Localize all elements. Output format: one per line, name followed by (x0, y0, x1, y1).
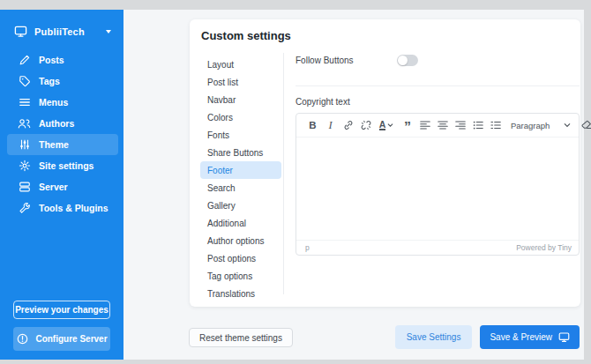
gear-icon (18, 160, 31, 173)
align-right-icon[interactable] (452, 116, 468, 134)
settings-nav-item-translations[interactable]: Translations (200, 285, 281, 302)
tag-icon (18, 75, 31, 88)
settings-nav-item-author-options[interactable]: Author options (200, 232, 281, 249)
powered-by-tiny-label: Powered by Tiny (516, 243, 572, 252)
settings-nav-item-layout[interactable]: Layout (200, 56, 281, 73)
settings-nav-item-gallery[interactable]: Gallery (200, 197, 281, 214)
settings-nav-item-post-options[interactable]: Post options (200, 249, 281, 267)
link-icon[interactable] (340, 116, 356, 134)
editor-content-area[interactable] (296, 137, 579, 240)
sidebar-buttons: Preview your changes Configure Server (13, 301, 110, 351)
monitor-icon (558, 331, 570, 343)
save-settings-label: Save Settings (407, 332, 461, 342)
numbered-list-icon[interactable] (487, 116, 504, 134)
sidebar-item-label: Tools & Plugins (39, 203, 108, 213)
settings-nav-item-share-buttons[interactable]: Share Buttons (200, 144, 281, 161)
sidebar-item-label: Server (39, 182, 68, 192)
chevron-down-icon (564, 123, 571, 128)
menu-lines-icon (18, 96, 31, 109)
unlink-icon[interactable] (357, 116, 374, 134)
sidebar: PubliiTech PostsTagsMenusAuthorsThemeSit… (0, 10, 123, 360)
wrench-icon (18, 202, 31, 215)
settings-nav-item-tag-options[interactable]: Tag options (200, 267, 281, 285)
preview-changes-label: Preview your changes (15, 305, 108, 315)
sidebar-item-label: Theme (39, 139, 69, 150)
sidebar-nav: PostsTagsMenusAuthorsThemeSite settingsS… (0, 49, 123, 219)
reset-theme-settings-label: Reset theme settings (199, 333, 282, 343)
configure-server-button[interactable]: Configure Server (13, 327, 110, 351)
page-title: Custom settings (201, 29, 291, 42)
sidebar-item-label: Authors (39, 118, 74, 129)
settings-nav-item-footer[interactable]: Footer (200, 161, 281, 179)
save-settings-button[interactable]: Save Settings (395, 325, 473, 349)
custom-settings-card: Custom settings LayoutPost listNavbarCol… (190, 19, 580, 307)
sidebar-item-label: Posts (39, 55, 64, 65)
site-name: PubliiTech (34, 26, 85, 37)
text-color-glyph: A (379, 120, 386, 130)
vertical-divider (283, 53, 284, 294)
sidebar-item-label: Tags (39, 76, 60, 86)
follow-buttons-toggle[interactable] (397, 55, 418, 66)
save-and-preview-label: Save & Preview (490, 332, 552, 342)
copyright-text-label: Copyright text (296, 97, 350, 107)
settings-nav-item-navbar[interactable]: Navbar (200, 91, 281, 108)
editor-toolbar: B I A ” (296, 114, 579, 137)
clear-formatting-icon[interactable] (578, 116, 591, 134)
settings-nav-item-colors[interactable]: Colors (200, 108, 281, 126)
italic-button[interactable]: I (322, 116, 339, 134)
text-color-button[interactable]: A (375, 116, 398, 134)
follow-buttons-label: Follow Buttons (296, 56, 354, 65)
settings-nav-item-additional[interactable]: Additional (200, 214, 281, 232)
paragraph-format-label: Paragraph (511, 121, 550, 130)
editor-status-bar: p Powered by Tiny (296, 240, 579, 255)
save-and-preview-button[interactable]: Save & Preview (480, 325, 580, 349)
site-switcher[interactable]: PubliiTech (0, 10, 123, 38)
follow-buttons-row: Follow Buttons (296, 53, 566, 67)
sidebar-item-theme[interactable]: Theme (7, 134, 118, 155)
configure-server-label: Configure Server (35, 334, 107, 344)
align-left-icon[interactable] (416, 116, 433, 134)
sidebar-item-server[interactable]: Server (7, 176, 118, 197)
sidebar-item-label: Menus (39, 97, 68, 108)
settings-nav: LayoutPost listNavbarColorsFontsShare Bu… (200, 56, 281, 302)
paragraph-format-select[interactable]: Paragraph (511, 121, 571, 130)
reset-theme-settings-button[interactable]: Reset theme settings (189, 328, 293, 347)
settings-nav-item-post-list[interactable]: Post list (200, 73, 281, 91)
sidebar-item-site-settings[interactable]: Site settings (7, 155, 118, 176)
settings-nav-item-search[interactable]: Search (200, 179, 281, 197)
alert-circle-icon (16, 332, 29, 345)
people-icon (18, 117, 31, 130)
sliders-icon (18, 138, 31, 152)
toggle-knob (398, 56, 408, 65)
sidebar-item-tools-plugins[interactable]: Tools & Plugins (7, 197, 118, 219)
pencil-icon (18, 54, 31, 67)
section-divider (296, 85, 580, 86)
footer-settings-panel: Follow Buttons Copyright text B I A (296, 19, 580, 307)
server-icon (18, 181, 31, 194)
copyright-editor: B I A ” (296, 113, 580, 256)
blockquote-button[interactable]: ” (399, 116, 415, 134)
align-center-icon[interactable] (434, 116, 451, 134)
chevron-down-icon (387, 123, 393, 128)
bold-button[interactable]: B (304, 116, 321, 134)
save-actions: Save Settings Save & Preview (395, 325, 580, 349)
sidebar-item-authors[interactable]: Authors (7, 113, 118, 134)
chevron-down-icon (106, 30, 111, 33)
app-window: PubliiTech PostsTagsMenusAuthorsThemeSit… (0, 10, 584, 360)
monitor-icon (14, 25, 27, 38)
sidebar-item-tags[interactable]: Tags (7, 71, 118, 92)
element-path[interactable]: p (305, 243, 310, 252)
sidebar-item-posts[interactable]: Posts (7, 49, 118, 71)
settings-nav-item-fonts[interactable]: Fonts (200, 126, 281, 144)
preview-changes-button[interactable]: Preview your changes (13, 301, 110, 319)
bullet-list-icon[interactable] (469, 116, 486, 134)
sidebar-item-label: Site settings (39, 160, 94, 171)
sidebar-item-menus[interactable]: Menus (7, 92, 118, 113)
